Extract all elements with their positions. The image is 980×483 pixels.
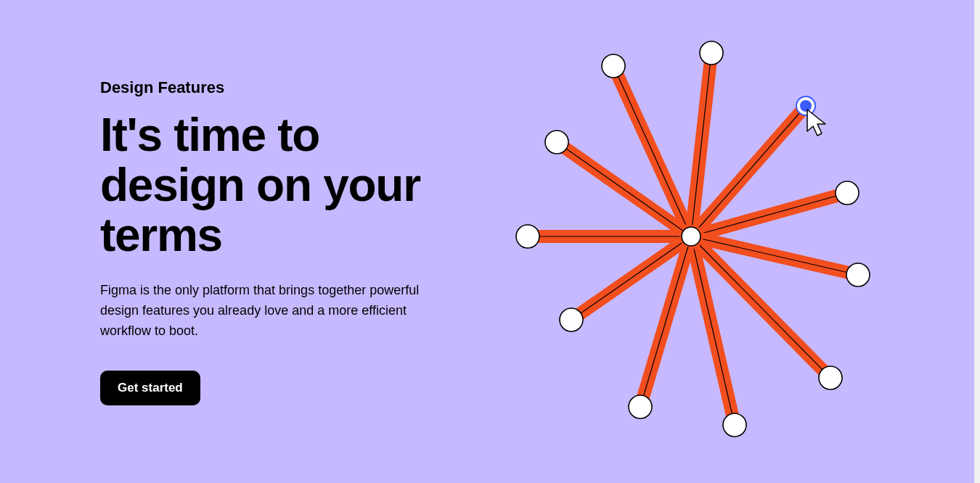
cursor-icon [807,110,825,136]
scrollbar[interactable] [974,0,980,483]
svg-point-26 [819,366,842,389]
svg-point-25 [846,263,870,286]
svg-point-34 [800,100,812,112]
svg-point-29 [560,308,583,331]
svg-point-24 [836,181,859,205]
svg-point-30 [516,225,539,248]
svg-point-27 [723,413,746,437]
svg-point-28 [629,395,652,418]
headline: It's time to design on your terms [100,110,441,260]
selected-node-icon [796,96,815,115]
starburst-illustration [502,37,894,446]
subcopy: Figma is the only platform that brings t… [100,281,420,342]
eyebrow-label: Design Features [100,78,441,97]
get-started-button[interactable]: Get started [100,371,200,405]
svg-point-32 [682,227,701,246]
svg-point-22 [602,54,625,78]
starburst-icon [502,37,894,443]
svg-point-23 [700,41,723,65]
hero-section: Design Features It's time to design on y… [0,0,974,483]
svg-point-31 [545,131,568,154]
hero-content: Design Features It's time to design on y… [100,78,441,405]
